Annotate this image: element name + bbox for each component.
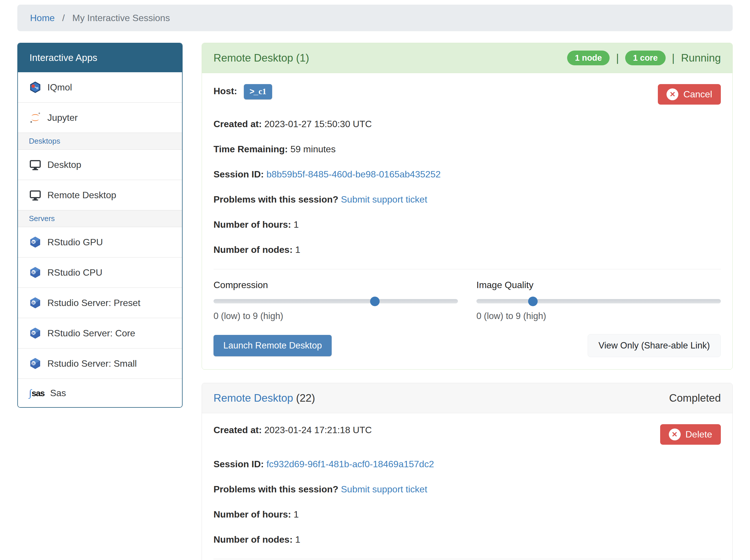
created-at-row: Created at: 2023-01-27 15:50:30 UTC (214, 118, 721, 130)
compression-slider-thumb[interactable] (370, 297, 380, 306)
hours-row: Number of hours: 1 (214, 508, 721, 520)
support-ticket-link[interactable]: Submit support ticket (341, 194, 427, 205)
iqmol-icon (29, 81, 42, 94)
image-quality-range-hint: 0 (low) to 9 (high) (477, 311, 721, 321)
page: Home / My Interactive Sessions Interacti… (0, 0, 750, 560)
cancel-button-label: Cancel (683, 89, 712, 100)
x-circle-icon: ✕ (667, 88, 678, 100)
sessions-panel: Remote Desktop (1) 1 node | 1 core | Run… (202, 43, 733, 560)
cancel-button[interactable]: ✕ Cancel (658, 84, 721, 105)
nodes-value: 1 (295, 244, 301, 255)
created-at-label: Created at: (214, 425, 262, 435)
compression-range-hint: 0 (low) to 9 (high) (214, 311, 458, 321)
sidebar-item-rstudio-gpu[interactable]: R RStudio GPU (18, 227, 182, 257)
session-id-link[interactable]: fc932d69-96f1-481b-acf0-18469a157dc2 (266, 459, 434, 469)
sidebar-item-rstudio-server-core[interactable]: R RStudio Server: Core (18, 318, 182, 348)
created-at-value: 2023-01-27 15:50:30 UTC (264, 119, 372, 129)
sidebar-item-rstudio-server-preset[interactable]: R Rstudio Server: Preset (18, 287, 182, 318)
host-name: c1 (259, 87, 266, 96)
session-id-link[interactable]: b8b59b5f-8485-460d-be98-0165ab435252 (266, 169, 441, 179)
sidebar-item-jupyter[interactable]: Jupyter (18, 102, 182, 133)
nodes-label: Number of nodes: (214, 534, 293, 545)
svg-text:R: R (32, 270, 35, 275)
compression-control: Compression 0 (low) to 9 (high) (214, 280, 458, 321)
monitor-icon (29, 189, 42, 201)
svg-text:R: R (32, 301, 35, 305)
breadcrumb-separator: / (62, 13, 65, 23)
rstudio-icon: R (29, 297, 42, 309)
sidebar-list: IQmol Jupyter Desktops (18, 72, 182, 407)
node-count-badge: 1 node (567, 51, 610, 65)
sidebar-section-desktops: Desktops (18, 133, 182, 149)
image-quality-slider[interactable] (477, 299, 721, 303)
terminal-icon: >_ (250, 87, 258, 96)
sidebar-item-label: RStudio CPU (47, 267, 102, 278)
completed-card-body: Created at: 2023-01-24 17:21:18 UTC ✕ De… (202, 413, 732, 560)
breadcrumb-home-link[interactable]: Home (30, 13, 55, 23)
session-card-completed: Remote Desktop (22) Completed Created at… (202, 383, 733, 560)
session-id-row: Session ID: b8b59b5f-8485-460d-be98-0165… (214, 168, 721, 180)
compression-slider[interactable] (214, 299, 458, 303)
core-count-badge: 1 core (625, 51, 665, 65)
interactive-apps-sidebar: Interactive Apps IQmol (17, 43, 183, 408)
view-only-link-button[interactable]: View Only (Share-able Link) (588, 334, 721, 357)
session-id-label: Session ID: (214, 459, 264, 469)
hours-value: 1 (293, 509, 299, 520)
running-card-status-area: 1 node | 1 core | Running (567, 51, 721, 65)
completed-card-title-link[interactable]: Remote Desktop (214, 392, 293, 404)
support-ticket-link[interactable]: Submit support ticket (341, 484, 427, 494)
problems-label: Problems with this session? (214, 484, 338, 494)
created-at-label: Created at: (214, 119, 262, 129)
rstudio-icon: R (29, 357, 42, 370)
sidebar-item-rstudio-server-small[interactable]: R Rstudio Server: Small (18, 348, 182, 379)
completed-card-count: (22) (296, 392, 315, 404)
problems-row: Problems with this session? Submit suppo… (214, 483, 721, 495)
sidebar-item-label: Remote Desktop (47, 190, 116, 201)
rstudio-icon: R (29, 266, 42, 279)
sidebar-item-sas[interactable]: ∫sas Sas (18, 379, 182, 407)
nodes-row: Number of nodes: 1 (214, 244, 721, 256)
nodes-row: Number of nodes: 1 (214, 534, 721, 545)
badge-separator: | (672, 52, 675, 64)
sidebar-item-desktop[interactable]: Desktop (18, 149, 182, 180)
session-card-running: Remote Desktop (1) 1 node | 1 core | Run… (202, 43, 733, 369)
svg-text:R: R (32, 240, 35, 244)
sidebar-title: Interactive Apps (18, 43, 182, 72)
hours-label: Number of hours: (214, 219, 291, 230)
badge-separator: | (616, 52, 619, 64)
x-circle-icon: ✕ (669, 428, 681, 440)
rstudio-icon: R (29, 327, 42, 340)
completed-card-title: Remote Desktop (22) (214, 392, 315, 404)
nodes-label: Number of nodes: (214, 244, 293, 255)
compression-label: Compression (214, 280, 458, 291)
image-quality-control: Image Quality 0 (low) to 9 (high) (477, 280, 721, 321)
image-quality-slider-thumb[interactable] (528, 297, 538, 306)
hours-label: Number of hours: (214, 509, 291, 520)
svg-text:R: R (32, 331, 35, 335)
sas-icon: ∫sas (29, 387, 44, 398)
breadcrumb: Home / My Interactive Sessions (17, 5, 733, 31)
delete-button-label: Delete (686, 429, 712, 440)
jupyter-icon (29, 111, 42, 124)
sidebar-item-label: Desktop (47, 160, 81, 170)
delete-button[interactable]: ✕ Delete (660, 424, 721, 445)
sidebar-item-label: RStudio Server: Core (47, 328, 135, 339)
sidebar-item-label: Jupyter (47, 113, 78, 123)
sidebar-item-label: RStudio GPU (47, 237, 103, 248)
sidebar-item-rstudio-cpu[interactable]: R RStudio CPU (18, 257, 182, 287)
sidebar-item-iqmol[interactable]: IQmol (18, 72, 182, 102)
launch-remote-desktop-button[interactable]: Launch Remote Desktop (214, 335, 332, 356)
time-remaining-value: 59 minutes (290, 144, 336, 154)
created-at-row: Created at: 2023-01-24 17:21:18 UTC (214, 424, 372, 436)
status-completed: Completed (669, 392, 721, 404)
host-shell-button[interactable]: >_c1 (244, 84, 272, 99)
sidebar-item-label: Rstudio Server: Preset (47, 298, 140, 308)
sidebar-item-label: Sas (50, 388, 66, 398)
completed-card-header: Remote Desktop (22) Completed (202, 383, 732, 413)
sidebar-item-remote-desktop[interactable]: Remote Desktop (18, 180, 182, 210)
monitor-icon (29, 158, 42, 171)
sidebar-item-label: IQmol (47, 82, 72, 93)
nodes-value: 1 (295, 534, 301, 545)
status-running: Running (681, 52, 721, 64)
sidebar-section-servers: Servers (18, 210, 182, 227)
